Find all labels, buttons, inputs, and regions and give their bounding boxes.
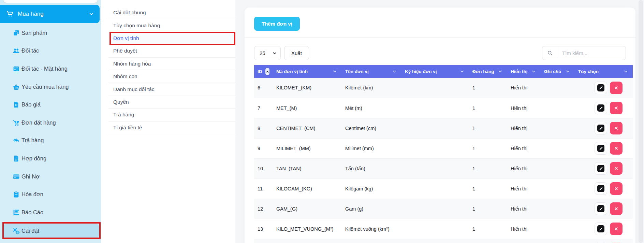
cell-symbol	[401, 219, 469, 239]
delete-button[interactable]	[610, 82, 623, 94]
delete-button[interactable]	[610, 102, 623, 114]
sort-button[interactable]	[265, 68, 269, 75]
cell-actions	[575, 178, 633, 199]
column-header[interactable]: Tùy chọn	[575, 65, 633, 78]
settings-item-7[interactable]: Quyền	[108, 96, 235, 109]
sidebar-item--i-t-c-m-t-h-ng[interactable]: Đối tác - Mặt hàng	[0, 60, 101, 78]
settings-item-6[interactable]: Danh mục đối tác	[108, 83, 235, 96]
search-input[interactable]	[558, 46, 626, 60]
sidebar-item--i-t-c[interactable]: Đối tác	[0, 42, 101, 60]
cell-display: Hiển thị	[507, 199, 541, 219]
settings-item-9[interactable]: Tỉ giá tiền tệ	[108, 121, 235, 134]
sidebar-item-tr-h-ng[interactable]: Trả hàng	[0, 132, 101, 150]
export-button[interactable]: Xuất	[284, 46, 309, 60]
cell-note	[541, 199, 575, 219]
sidebar-item-label: Hợp đồng	[21, 155, 46, 162]
table-row: 10TAN_(TAN)Tấn (tấn)1Hiển thị	[254, 158, 633, 178]
column-header[interactable]: Ghi chú	[541, 65, 575, 78]
sidebar-item-s-n-ph-m[interactable]: Sản phẩm	[0, 24, 101, 42]
edit-button[interactable]	[595, 102, 607, 114]
sidebar-item-c-i-t[interactable]: Cài đặt	[3, 224, 99, 238]
column-header[interactable]: Ký hiệu đơn vị	[401, 65, 469, 78]
chevron-down-icon	[333, 69, 337, 74]
delete-button[interactable]	[610, 162, 623, 175]
cell-code: GAM_(G)	[273, 199, 342, 219]
sidebar-item--n-t-h-ng[interactable]: Đơn đặt hàng	[0, 114, 101, 132]
sidebar-section-mua-hang[interactable]: Mua hàng	[0, 5, 100, 23]
cell-actions	[575, 78, 633, 98]
cell-note	[541, 138, 575, 158]
svg-text:P: P	[15, 103, 17, 107]
delete-button[interactable]	[610, 223, 623, 235]
edit-button[interactable]	[595, 223, 607, 235]
settings-item-0[interactable]: Cài đặt chung	[108, 6, 235, 19]
pencil-icon	[597, 84, 604, 91]
cell-order: 1	[469, 178, 507, 199]
cell-name: Gam (g)	[342, 199, 401, 219]
settings-item-2[interactable]: Đơn vị tính	[108, 32, 235, 45]
partners-icon	[13, 47, 20, 54]
edit-button[interactable]	[595, 162, 607, 175]
settings-item-label: Nhóm hàng hóa	[113, 61, 151, 67]
settings-item-label: Trả hàng	[113, 112, 134, 118]
settings-item-label: Nhóm con	[113, 73, 137, 80]
delete-button[interactable]	[610, 182, 623, 195]
edit-button[interactable]	[595, 182, 607, 195]
vertical-scrollbar[interactable]	[639, 0, 643, 243]
column-header[interactable]: ID	[254, 65, 273, 78]
sidebar-item-b-o-c-o[interactable]: Báo Cáo	[0, 203, 101, 221]
cell-display: Hiển thị	[507, 98, 541, 118]
cell-note	[541, 219, 575, 239]
x-icon	[614, 166, 618, 171]
cell-order: 1	[469, 118, 507, 138]
search-box	[542, 46, 626, 60]
delete-button[interactable]	[610, 122, 623, 134]
cell-id: 7	[254, 98, 273, 118]
x-icon	[614, 146, 618, 151]
column-header[interactable]: Đơn hàng	[469, 65, 507, 78]
contract-icon	[13, 155, 20, 162]
chevron-down-icon	[392, 69, 397, 74]
chevron-down-icon	[624, 69, 628, 74]
sidebar-item-label: Cài đặt	[21, 228, 39, 234]
cell-order: 1	[469, 199, 507, 219]
sidebar-item-ghi-n-[interactable]: Ghi Nợ	[0, 168, 101, 186]
table-row-partial	[254, 239, 633, 243]
sidebar-item-y-u-c-u-mua-h-ng[interactable]: Yêu cầu mua hàng	[0, 78, 101, 96]
cell-actions	[575, 158, 633, 178]
edit-button[interactable]	[595, 82, 607, 94]
sidebar-item-h-p-ng[interactable]: Hợp đồng	[0, 149, 101, 168]
cell-symbol	[401, 199, 469, 219]
cell-display: Hiển thị	[507, 138, 541, 158]
pencil-icon	[597, 104, 604, 112]
settings-item-4[interactable]: Nhóm hàng hóa	[108, 58, 235, 70]
column-label: Tên đơn vị	[345, 69, 369, 74]
sidebar-item-h-a-n[interactable]: Hóa đơn	[0, 185, 101, 203]
cell-name: Centimet (cm)	[342, 118, 401, 138]
edit-button[interactable]	[595, 142, 607, 155]
page-size-select[interactable]: 25	[254, 46, 281, 60]
sidebar-item-b-o-gi-[interactable]: PBáo giá	[0, 96, 101, 114]
settings-item-3[interactable]: Phê duyệt	[108, 45, 235, 57]
pencil-icon	[597, 165, 604, 172]
products-icon	[13, 29, 20, 37]
settings-item-8[interactable]: Trả hàng	[108, 109, 235, 121]
sidebar-search-input[interactable]	[3, 0, 98, 3]
edit-button[interactable]	[595, 202, 607, 215]
settings-item-5[interactable]: Nhóm con	[108, 70, 235, 83]
edit-button[interactable]	[595, 122, 607, 134]
chevron-down-icon	[460, 69, 464, 74]
column-header[interactable]: Mã đơn vị tính	[273, 65, 342, 78]
column-header[interactable]: Hiển thị	[507, 65, 541, 78]
cell-code: TAN_(TAN)	[273, 158, 342, 178]
cell-actions	[575, 219, 633, 239]
cell-name: Kilômét (km)	[342, 78, 401, 98]
delete-button[interactable]	[610, 142, 623, 155]
sidebar-item-label: Yêu cầu mua hàng	[21, 84, 69, 90]
delete-button[interactable]	[610, 202, 623, 215]
cell-actions	[575, 239, 633, 243]
column-header[interactable]: Tên đơn vị	[342, 65, 401, 78]
cell-display: Hiển thị	[507, 219, 541, 239]
settings-item-1[interactable]: Tùy chọn mua hàng	[108, 19, 235, 32]
add-unit-button[interactable]: Thêm đơn vị	[254, 17, 300, 31]
